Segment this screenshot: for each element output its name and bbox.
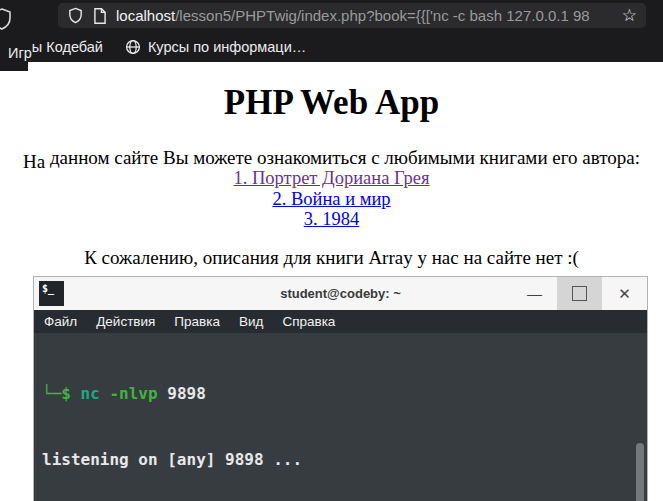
page-title: PHP Web App — [0, 82, 663, 124]
menu-edit[interactable]: Правка — [174, 314, 220, 329]
clipped-shield-icon — [0, 7, 14, 31]
book-link-3[interactable]: 3. 1984 — [0, 209, 663, 230]
intro-text: На данном сайте Вы можете ознакомиться с… — [0, 147, 663, 168]
book-link-2[interactable]: 2. Война и мир — [0, 189, 663, 210]
web-page: PHP Web App На данном сайте Вы можете оз… — [0, 62, 663, 269]
shell-prompt: └─$ — [42, 384, 71, 403]
terminal-titlebar[interactable]: $_ student@codeby: ~ — ✕ — [34, 277, 647, 310]
intro-prefix: На — [23, 151, 45, 172]
shield-icon[interactable] — [67, 7, 84, 24]
browser-toolbar: localhost/lesson5/PHPTwig/index.php?book… — [0, 0, 663, 62]
command-arg: 9898 — [158, 384, 206, 403]
menu-help[interactable]: Справка — [282, 314, 335, 329]
globe-icon — [125, 39, 141, 55]
no-description-text: К сожалению, описания для книги Array у … — [0, 247, 663, 269]
book-link-1[interactable]: 1. Портрет Дориана Грея — [0, 168, 663, 189]
maximize-button[interactable] — [557, 277, 602, 310]
menu-actions[interactable]: Действия — [96, 314, 155, 329]
bookmark-item-codeby[interactable]: Игры Кодебай — [8, 39, 103, 55]
url-host: localhost — [116, 7, 175, 24]
terminal-line: └─$ nc -nlvp 9898 — [42, 383, 633, 405]
intro-rest: данном сайте Вы можете ознакомиться с лю… — [45, 147, 640, 168]
minimize-button[interactable]: — — [512, 277, 557, 310]
window-controls: — ✕ — [512, 277, 647, 310]
bookmark-star-icon[interactable]: ☆ — [622, 7, 637, 24]
terminal-line: listening on [any] 9898 ... — [42, 449, 633, 471]
bookmarks-bar: Игры Кодебай Курсы по информаци… — [8, 33, 663, 60]
close-button[interactable]: ✕ — [602, 277, 647, 310]
maximize-icon — [572, 286, 587, 301]
terminal-menubar: Файл Действия Правка Вид Справка — [34, 310, 647, 333]
book-links: 1. Портрет Дориана Грея 2. Война и мир 3… — [0, 168, 663, 230]
command-options: -nlvp — [100, 384, 158, 403]
terminal-window: $_ student@codeby: ~ — ✕ Файл Действия П… — [33, 276, 648, 501]
command-name: nc — [81, 384, 100, 403]
bookmark-label-part: Игр — [8, 45, 32, 61]
scrollbar-thumb[interactable] — [636, 443, 644, 501]
terminal-output[interactable]: └─$ nc -nlvp 9898 listening on [any] 989… — [34, 333, 647, 501]
page-info-icon[interactable] — [93, 8, 107, 24]
address-bar[interactable]: localhost/lesson5/PHPTwig/index.php?book… — [58, 3, 646, 28]
menu-view[interactable]: Вид — [239, 314, 263, 329]
terminal-app-icon: $_ — [39, 281, 64, 306]
bookmark-item-courses[interactable]: Курсы по информаци… — [148, 39, 306, 55]
url-text[interactable]: localhost/lesson5/PHPTwig/index.php?book… — [116, 7, 609, 24]
screen: localhost/lesson5/PHPTwig/index.php?book… — [0, 0, 663, 501]
url-path: /lesson5/PHPTwig/index.php?book={{['nc -… — [175, 7, 589, 24]
bookmark-label-part: ы Кодебай — [32, 39, 103, 55]
menu-file[interactable]: Файл — [44, 314, 77, 329]
